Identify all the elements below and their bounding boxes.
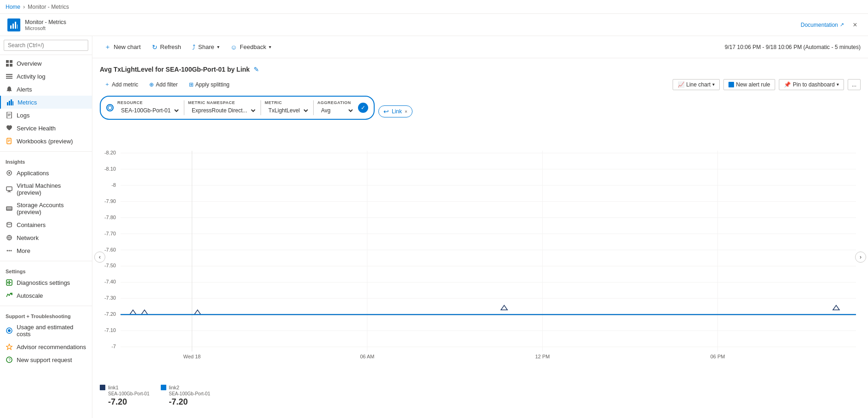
resource-indicator[interactable] [106,104,114,111]
metric-confirm-button[interactable]: ✓ [358,103,368,113]
resource-label: RESOURCE [117,100,180,105]
resource-select[interactable]: SEA-100Gb-Port-01 [117,106,180,115]
feedback-button[interactable]: ☺ Feedback ▾ [226,41,276,54]
more-options-button[interactable]: ... [848,79,861,90]
sidebar-label-more: More [17,247,30,254]
svg-rect-16 [8,114,11,114]
sidebar-item-network[interactable]: Network [0,231,92,244]
sidebar-item-diagnostics[interactable]: Diagnostics settings [0,276,92,289]
sidebar-item-advisor[interactable]: Advisor recommendations [0,340,92,353]
new-alert-rule-button[interactable]: New alert rule [723,79,775,90]
sidebar-divider-2 [0,261,92,261]
filter-tag-link[interactable]: ↩ Link × [378,105,413,117]
svg-rect-20 [8,140,10,140]
sidebar-divider-3 [0,306,92,306]
toolbar-time-range[interactable]: 9/17 10:06 PM - 9/18 10:06 PM (Automatic… [725,44,861,50]
pin-to-dashboard-label: Pin to dashboard [793,81,835,88]
add-metric-button[interactable]: ＋ Add metric [100,79,143,90]
svg-point-31 [7,222,12,224]
expand-right-button[interactable]: › [855,252,866,263]
sidebar-item-metrics[interactable]: Metrics [0,96,92,109]
svg-rect-13 [11,99,12,105]
filter-remove-button[interactable]: × [405,109,407,114]
namespace-label: METRIC NAMESPACE [188,100,257,105]
svg-rect-26 [8,191,10,192]
settings-header: Settings [0,265,92,276]
sidebar-item-alerts[interactable]: Alerts [0,83,92,96]
new-chart-label: New chart [114,43,141,50]
legend-color-link2 [161,385,166,390]
doc-icon [6,111,13,119]
svg-rect-25 [6,187,12,191]
chart-icon [6,98,14,106]
app-header: Monitor - Metrics Microsoft Documentatio… [0,14,868,36]
sidebar-label-diagnostics: Diagnostics settings [17,279,70,286]
share-button[interactable]: ⤴ Share ▾ [188,41,224,54]
bell-icon [6,86,13,93]
svg-text:12 PM: 12 PM [535,354,550,359]
search-input[interactable] [4,40,88,51]
sidebar-item-workbooks[interactable]: Workbooks (preview) [0,135,92,148]
chart-toolbar-right: 📈 Line chart ▾ New alert rule 📌 Pin to d… [673,79,861,90]
new-chart-button[interactable]: ＋ New chart [100,40,146,54]
breadcrumb-home[interactable]: Home [6,4,20,10]
namespace-select[interactable]: ExpressRoute Direct... [188,106,257,115]
content-area: ＋ New chart ↻ Refresh ⤴ Share ▾ ☺ Feedba… [92,36,868,418]
pin-to-dashboard-button[interactable]: 📌 Pin to dashboard ▾ [779,79,844,90]
sidebar-item-containers[interactable]: Containers [0,218,92,231]
svg-marker-43 [6,344,12,350]
sidebar-label-metrics: Metrics [18,99,37,106]
sidebar-item-logs[interactable]: Logs [0,109,92,122]
aggregation-select[interactable]: Avg [317,106,354,115]
sidebar-search-container [0,36,92,55]
sidebar-item-support-request[interactable]: ? New support request [0,353,92,366]
split-icon: ⊞ [189,81,194,88]
documentation-link[interactable]: Documentation ↗ [801,22,844,28]
close-button[interactable]: × [850,19,861,31]
svg-rect-7 [10,64,12,67]
sidebar-label-service-health: Service Health [17,125,56,132]
more-options-icon: ... [852,81,856,88]
collapse-left-button[interactable]: ‹ [94,252,105,263]
edit-icon[interactable]: ✎ [254,66,259,73]
app-header-left: Monitor - Metrics Microsoft [7,18,66,31]
app-icon [7,18,20,31]
legend-color-link1 [100,385,105,390]
field-divider-1 [184,100,184,115]
svg-rect-9 [6,76,12,77]
feedback-label: Feedback [240,43,266,50]
sidebar-item-more[interactable]: More [0,244,92,257]
line-chart-button[interactable]: 📈 Line chart ▾ [673,79,720,90]
svg-text:-7: -7 [111,344,116,349]
legend-value-link2: -7.20 [161,397,211,407]
sidebar-item-usage-costs[interactable]: Usage and estimated costs [0,321,92,340]
add-filter-button[interactable]: ⊕ Add filter [145,80,182,90]
legend-item-link1: link1 SEA-100Gb-Port-01 -7.20 [100,385,150,407]
sidebar: Overview Activity log Alerts Metrics [0,36,92,418]
sidebar-item-service-health[interactable]: Service Health [0,122,92,135]
sidebar-label-storage-accounts: Storage Accounts (preview) [17,202,86,215]
legend-item-link2: link2 SEA-100Gb-Port-01 -7.20 [161,385,211,407]
field-divider-2 [261,100,261,115]
sidebar-item-autoscale[interactable]: Autoscale [0,289,92,302]
svg-text:-7.30: -7.30 [104,295,116,301]
sidebar-item-activity-log[interactable]: Activity log [0,70,92,83]
refresh-button[interactable]: ↻ Refresh [147,41,186,54]
sidebar-label-autoscale: Autoscale [17,292,43,299]
legend-sub-link1: SEA-100Gb-Port-01 [100,391,150,396]
metric-actions: ＋ Add metric ⊕ Add filter ⊞ Apply splitt… [100,79,234,90]
sidebar-item-overview[interactable]: Overview [0,57,92,70]
metric-controls-row: ＋ Add metric ⊕ Add filter ⊞ Apply splitt… [100,79,861,90]
svg-rect-22 [8,141,9,142]
add-metric-icon: ＋ [104,80,110,88]
metric-select[interactable]: TxLightLevel [265,106,310,115]
sidebar-item-applications[interactable]: Applications [0,166,92,179]
svg-rect-47 [100,146,861,368]
svg-rect-12 [9,101,10,105]
apply-splitting-button[interactable]: ⊞ Apply splitting [184,80,234,90]
svg-rect-28 [6,207,12,210]
chart-title-row: Avg TxLightLevel for SEA-100Gb-Port-01 b… [100,66,861,73]
sidebar-item-virtual-machines[interactable]: Virtual Machines (preview) [0,179,92,199]
sidebar-item-storage-accounts[interactable]: Storage Accounts (preview) [0,199,92,218]
circle-icon [6,327,13,334]
